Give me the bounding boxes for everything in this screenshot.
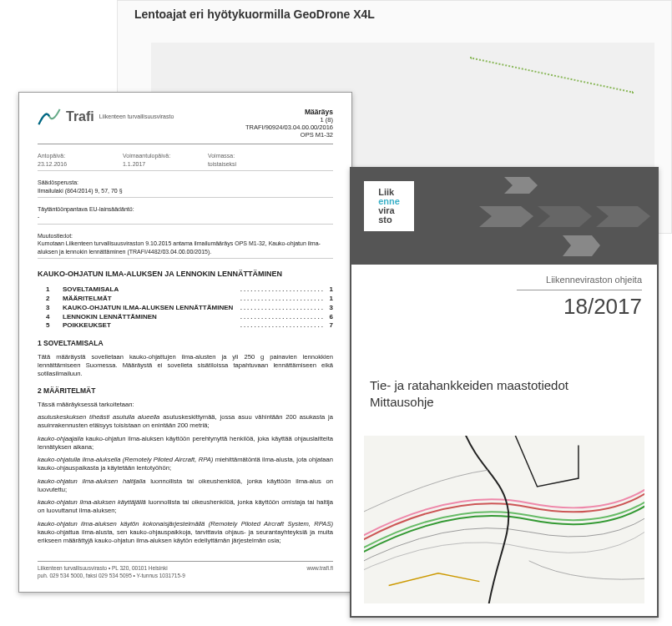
trafi-footer: Liikenteen turvallisuusvirasto • PL 320,…	[38, 561, 333, 580]
svg-marker-0	[479, 206, 533, 227]
section-2-heading: 2 MÄÄRITELMÄT	[38, 386, 333, 396]
liikennevirasto-document: Liik enne vira sto Liikenneviraston ohje…	[350, 167, 659, 618]
svg-marker-1	[538, 206, 592, 227]
section-1-heading: 1 SOVELTAMISALA	[38, 339, 333, 348]
footer-contact: puh. 029 534 5000, faksi 029 534 5095 • …	[38, 573, 185, 580]
definition: kauko-ohjatun ilma-aluksen käytön kokona…	[38, 520, 333, 546]
val-voimaantulo: 1.1.2017	[123, 160, 206, 168]
val-antopaiva: 23.12.2016	[38, 160, 121, 168]
definition: kauko-ohjatulla ilma-aluksella (Remotely…	[38, 456, 333, 473]
definition: kauko-ohjatun ilma-aluksen haltijalla lu…	[38, 477, 333, 495]
liik-series: Liikenneviraston ohjeita	[546, 275, 642, 285]
trafi-toc: 1SOVELTAMISALA........................12…	[38, 285, 333, 331]
liik-map-illustration	[364, 436, 644, 603]
toc-row: 4LENNOKIN LENNÄTTÄMINEN.................…	[38, 313, 333, 322]
footer-address: Liikenteen turvallisuusvirasto • PL 320,…	[38, 565, 185, 573]
svg-marker-3	[504, 177, 538, 194]
meta-eu: Täytäntöönpantava EU-lainsäädäntö: -	[38, 203, 333, 225]
toc-row: 3KAUKO-OHJATUN ILMA-ALUKSEN LENNÄTTÄMINE…	[38, 304, 333, 313]
trafi-doc-id: TRAFI/90924/03.04.00.00/2016	[245, 124, 333, 131]
val-saados: Ilmailulaki (864/2014) 9, 57, 70 §	[38, 188, 123, 194]
trafi-doc-code: OPS M1-32	[301, 131, 333, 139]
definitions-list: asutuskeskuksen tiheästi asutulla alueel…	[38, 413, 333, 545]
map-svg	[364, 436, 644, 603]
val-muutos: Kumotaan Liikenteen turvallisuusviraston…	[38, 240, 321, 254]
toc-row: 5POIKKEUKSET........................7	[38, 321, 333, 331]
meta-muutos: Muutostiedot: Kumotaan Liikenteen turval…	[38, 230, 333, 259]
trafi-logo: Trafi Liikenteen turvallisuusvirasto	[38, 108, 174, 126]
svg-marker-2	[596, 206, 650, 227]
trafi-document: Trafi Liikenteen turvallisuusvirasto Mää…	[18, 92, 352, 593]
label-saados: Säädösperusta:	[38, 179, 78, 185]
label-voimassa: Voimassa:	[208, 152, 291, 159]
liik-logo: Liik enne vira sto	[364, 181, 414, 231]
meta-dates: Antopäivä: Voimaantulopäivä: Voimassa: 2…	[38, 149, 333, 171]
trafi-doc-type: Määräys	[305, 108, 333, 116]
section-2-intro: Tässä määräyksessä tarkoitetaan:	[38, 401, 333, 409]
trafi-page: 1 (8)	[321, 116, 333, 124]
trafi-logo-icon	[38, 108, 61, 126]
liik-title: Tie- ja ratahankkeiden maastotiedot Mitt…	[370, 377, 568, 410]
trafi-header: Trafi Liikenteen turvallisuusvirasto Mää…	[38, 108, 333, 144]
toc-row: 2MÄÄRITELMÄT........................1	[38, 295, 333, 304]
meta-saados: Säädösperusta: Ilmailulaki (864/2014) 9,…	[38, 176, 333, 198]
trafi-doc-info: Määräys 1 (8) TRAFI/90924/03.04.00.00/20…	[245, 108, 333, 139]
liik-logo-text: Liik enne vira sto	[378, 188, 400, 225]
definition: asutuskeskuksen tiheästi asutulla alueel…	[38, 413, 333, 431]
label-eu: Täytäntöönpantava EU-lainsäädäntö:	[38, 206, 134, 212]
label-voimaantulo: Voimaantulopäivä:	[123, 152, 206, 159]
section-1-text: Tätä määräystä sovelletaan kauko-ohjattu…	[38, 353, 333, 379]
definition: kauko-ohjatun ilma-aluksen käyttäjällä l…	[38, 498, 333, 516]
svg-marker-4	[563, 235, 600, 256]
liik-header-arrows	[418, 169, 657, 265]
val-eu: -	[38, 214, 39, 220]
toc-row: 1SOVELTAMISALA........................1	[38, 285, 333, 295]
trafi-title: KAUKO-OHJATUN ILMA-ALUKSEN JA LENNOKIN L…	[38, 269, 333, 279]
definition: kauko-ohjaajalla kauko-ohjatun ilma-aluk…	[38, 435, 333, 452]
chart-title: Lentoajat eri hyötykuormilla GeoDrone X4…	[134, 8, 375, 21]
val-voimassa: toistaiseksi	[208, 160, 291, 168]
liik-issue: 18/2017	[517, 290, 642, 320]
chart-series-16ah	[470, 57, 634, 93]
footer-url: www.trafi.fi	[307, 565, 333, 580]
label-muutos: Muutostiedot:	[38, 233, 73, 239]
trafi-org: Trafi	[66, 108, 94, 126]
liik-header: Liik enne vira sto	[351, 169, 657, 265]
label-antopaiva: Antopäivä:	[38, 152, 121, 159]
trafi-org-sub: Liikenteen turvallisuusvirasto	[99, 113, 174, 120]
